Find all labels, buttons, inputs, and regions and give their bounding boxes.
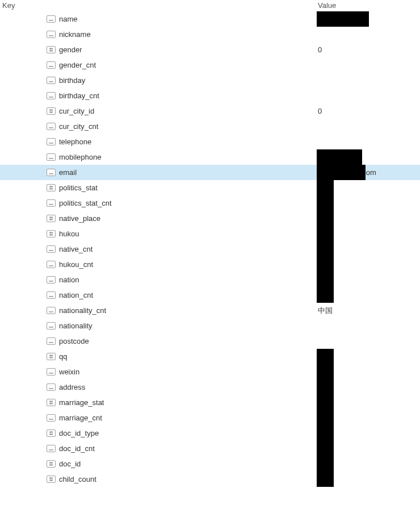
table-row[interactable]: doc_id_cnt: [0, 441, 420, 456]
svg-rect-29: [49, 158, 51, 159]
value-cell: [318, 134, 420, 149]
table-row[interactable]: native_place: [0, 211, 420, 226]
key-label: doc_id_type: [59, 429, 99, 437]
value-cell: [318, 211, 420, 226]
svg-rect-80: [52, 388, 53, 389]
key-cell: qq: [47, 352, 318, 361]
key-cell: nation_cnt: [47, 291, 318, 299]
table-row[interactable]: gender0: [0, 42, 420, 57]
value-cell: [318, 272, 420, 287]
svg-rect-2: [52, 20, 53, 21]
svg-rect-11: [51, 66, 52, 67]
svg-rect-40: [51, 204, 52, 205]
value-cell: [318, 349, 420, 364]
table-row[interactable]: name: [0, 11, 420, 27]
table-row[interactable]: mobilephone 3: [0, 149, 420, 165]
table-row[interactable]: email @qq.com: [0, 165, 420, 180]
table-row[interactable]: marriage_cnt: [0, 410, 420, 426]
redaction-block: [317, 287, 334, 303]
svg-rect-56: [49, 281, 51, 282]
value-cell: [318, 472, 420, 487]
svg-rect-60: [51, 296, 52, 297]
key-label: nickname: [59, 30, 91, 39]
table-row[interactable]: postcode: [0, 333, 420, 349]
table-row[interactable]: birthday: [0, 73, 420, 88]
table-row[interactable]: nickname: [0, 27, 420, 42]
string-type-icon: [47, 199, 56, 207]
svg-rect-15: [52, 81, 53, 82]
number-type-icon: [47, 429, 56, 437]
svg-rect-67: [52, 327, 53, 328]
svg-rect-25: [52, 127, 53, 128]
key-label: gender: [59, 45, 82, 54]
table-row[interactable]: native_cnt: [0, 241, 420, 257]
header-value[interactable]: Value: [318, 1, 420, 10]
table-row[interactable]: cur_city_cnt: [0, 119, 420, 134]
key-label: nationality: [59, 322, 93, 330]
key-label: hukou_cnt: [59, 260, 93, 269]
table-row[interactable]: hukou_cnt: [0, 257, 420, 272]
key-label: cur_city_cnt: [59, 122, 98, 131]
key-cell: cur_city_id: [47, 107, 318, 115]
redaction-block: [317, 226, 334, 241]
key-label: postcode: [59, 337, 89, 345]
key-label: qq: [59, 352, 67, 361]
redaction-block: [317, 11, 369, 27]
key-cell: birthday: [47, 76, 318, 85]
key-cell: hukou_cnt: [47, 260, 318, 269]
value-cell: [318, 180, 420, 195]
table-body: namenicknamegender0gender_cntbirthdaybir…: [0, 11, 420, 487]
header-key[interactable]: Key: [0, 1, 318, 10]
svg-rect-77: [52, 373, 53, 374]
number-type-icon: [47, 107, 56, 115]
redaction-block: [317, 165, 366, 180]
svg-rect-16: [49, 97, 51, 98]
key-label: name: [59, 15, 78, 23]
svg-rect-54: [51, 265, 52, 266]
value-cell: [318, 241, 420, 257]
key-cell: marriage_cnt: [47, 414, 318, 422]
svg-rect-66: [51, 327, 52, 328]
table-row[interactable]: qq: [0, 349, 420, 364]
number-type-icon: [47, 353, 56, 360]
table-row[interactable]: hukou: [0, 226, 420, 241]
string-type-icon: [47, 322, 56, 330]
key-cell: gender: [47, 45, 318, 54]
value-cell: [318, 257, 420, 272]
table-row[interactable]: nation_cnt: [0, 287, 420, 303]
svg-rect-41: [52, 204, 53, 205]
value-text: 0: [318, 107, 322, 115]
string-type-icon: [47, 368, 56, 376]
key-cell: email: [47, 168, 318, 177]
svg-rect-5: [52, 35, 53, 36]
redaction-block: [317, 272, 334, 287]
table-row[interactable]: child_count: [0, 472, 420, 487]
redaction-block: [317, 456, 334, 472]
number-type-icon: [47, 460, 56, 468]
table-row[interactable]: politics_stat_cnt: [0, 195, 420, 211]
table-row[interactable]: marriage_stat: [0, 395, 420, 410]
key-cell: postcode: [47, 337, 318, 345]
table-row[interactable]: nationality: [0, 318, 420, 333]
table-row[interactable]: address: [0, 379, 420, 395]
table-row[interactable]: cur_city_id0: [0, 103, 420, 119]
string-type-icon: [47, 245, 56, 253]
key-label: weixin: [59, 368, 79, 376]
table-row[interactable]: birthday_cnt: [0, 88, 420, 103]
table-row[interactable]: nation: [0, 272, 420, 287]
key-label: doc_id_cnt: [59, 444, 95, 453]
string-type-icon: [47, 77, 56, 84]
table-row[interactable]: telephone: [0, 134, 420, 149]
table-row[interactable]: gender_cnt: [0, 57, 420, 73]
value-cell: [318, 73, 420, 88]
table-row[interactable]: weixin: [0, 364, 420, 379]
key-cell: birthday_cnt: [47, 91, 318, 100]
svg-rect-18: [52, 97, 53, 98]
table-row[interactable]: nationality_cnt中国: [0, 303, 420, 318]
table-row[interactable]: doc_id: [0, 456, 420, 472]
table-row[interactable]: doc_id_type: [0, 426, 420, 441]
svg-rect-13: [49, 81, 51, 82]
table-row[interactable]: politics_stat: [0, 180, 420, 195]
key-label: email: [59, 168, 77, 177]
key-label: address: [59, 383, 85, 391]
